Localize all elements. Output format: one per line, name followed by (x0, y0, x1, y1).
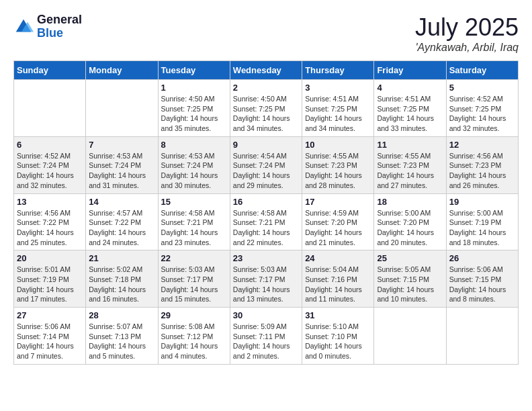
calendar-week-row: 6Sunrise: 4:52 AM Sunset: 7:24 PM Daylig… (14, 136, 519, 193)
cell-date-number: 2 (233, 83, 299, 93)
calendar-cell: 7Sunrise: 4:53 AM Sunset: 7:24 PM Daylig… (86, 136, 158, 193)
calendar-table: SundayMondayTuesdayWednesdayThursdayFrid… (13, 60, 519, 365)
calendar-cell: 19Sunrise: 5:00 AM Sunset: 7:19 PM Dayli… (446, 193, 518, 250)
cell-info: Sunrise: 5:00 AM Sunset: 7:19 PM Dayligh… (449, 208, 515, 248)
cell-date-number: 28 (89, 310, 154, 320)
month-title: July 2025 (415, 13, 519, 42)
calendar-cell: 13Sunrise: 4:56 AM Sunset: 7:22 PM Dayli… (14, 193, 86, 250)
calendar-cell: 6Sunrise: 4:52 AM Sunset: 7:24 PM Daylig… (14, 136, 86, 193)
calendar-cell: 10Sunrise: 4:55 AM Sunset: 7:23 PM Dayli… (302, 136, 374, 193)
cell-date-number: 11 (377, 140, 443, 150)
cell-date-number: 31 (305, 310, 371, 320)
title-block: July 2025 'Aynkawah, Arbil, Iraq (415, 13, 519, 54)
calendar-cell: 9Sunrise: 4:54 AM Sunset: 7:24 PM Daylig… (230, 136, 302, 193)
logo-icon (13, 17, 34, 37)
cell-date-number: 22 (161, 253, 227, 263)
cell-date-number: 1 (161, 83, 227, 93)
cell-info: Sunrise: 5:03 AM Sunset: 7:17 PM Dayligh… (233, 265, 299, 304)
calendar-cell: 24Sunrise: 5:04 AM Sunset: 7:16 PM Dayli… (302, 250, 374, 308)
cell-info: Sunrise: 4:55 AM Sunset: 7:23 PM Dayligh… (305, 151, 371, 191)
calendar-cell: 8Sunrise: 4:53 AM Sunset: 7:24 PM Daylig… (158, 136, 230, 193)
cell-date-number: 6 (17, 140, 83, 150)
calendar-cell (374, 308, 446, 365)
calendar-cell: 16Sunrise: 4:58 AM Sunset: 7:21 PM Dayli… (230, 193, 302, 250)
logo-text: General Blue (37, 13, 82, 40)
day-header-sunday: Sunday (14, 61, 86, 80)
calendar-cell: 18Sunrise: 5:00 AM Sunset: 7:20 PM Dayli… (374, 193, 446, 250)
calendar-week-row: 20Sunrise: 5:01 AM Sunset: 7:19 PM Dayli… (14, 250, 519, 308)
calendar-cell: 23Sunrise: 5:03 AM Sunset: 7:17 PM Dayli… (230, 250, 302, 308)
cell-date-number: 16 (233, 197, 299, 207)
calendar-cell: 17Sunrise: 4:59 AM Sunset: 7:20 PM Dayli… (302, 193, 374, 250)
cell-info: Sunrise: 4:56 AM Sunset: 7:22 PM Dayligh… (17, 208, 83, 248)
logo: General Blue (13, 13, 82, 40)
cell-info: Sunrise: 5:01 AM Sunset: 7:19 PM Dayligh… (17, 265, 83, 304)
cell-date-number: 10 (305, 140, 371, 150)
cell-info: Sunrise: 5:00 AM Sunset: 7:20 PM Dayligh… (377, 208, 443, 248)
cell-info: Sunrise: 4:58 AM Sunset: 7:21 PM Dayligh… (233, 208, 299, 248)
calendar-cell: 2Sunrise: 4:50 AM Sunset: 7:25 PM Daylig… (230, 80, 302, 137)
calendar-cell: 22Sunrise: 5:03 AM Sunset: 7:17 PM Dayli… (158, 250, 230, 308)
cell-info: Sunrise: 4:53 AM Sunset: 7:24 PM Dayligh… (89, 151, 154, 191)
cell-date-number: 21 (89, 253, 154, 263)
cell-date-number: 20 (17, 253, 83, 263)
cell-info: Sunrise: 4:56 AM Sunset: 7:23 PM Dayligh… (449, 151, 515, 191)
calendar-week-row: 27Sunrise: 5:06 AM Sunset: 7:14 PM Dayli… (14, 308, 519, 365)
logo-general: General (37, 13, 82, 27)
cell-info: Sunrise: 4:53 AM Sunset: 7:24 PM Dayligh… (161, 151, 227, 191)
calendar-cell: 27Sunrise: 5:06 AM Sunset: 7:14 PM Dayli… (14, 308, 86, 365)
calendar-week-row: 1Sunrise: 4:50 AM Sunset: 7:25 PM Daylig… (14, 80, 519, 137)
day-header-wednesday: Wednesday (230, 61, 302, 80)
day-header-friday: Friday (374, 61, 446, 80)
cell-date-number: 19 (449, 197, 515, 207)
location: 'Aynkawah, Arbil, Iraq (415, 42, 519, 54)
cell-date-number: 3 (305, 83, 371, 93)
cell-date-number: 12 (449, 140, 515, 150)
calendar-cell: 14Sunrise: 4:57 AM Sunset: 7:22 PM Dayli… (86, 193, 158, 250)
cell-date-number: 7 (89, 140, 154, 150)
cell-info: Sunrise: 5:03 AM Sunset: 7:17 PM Dayligh… (161, 265, 227, 304)
calendar-cell (86, 80, 158, 137)
cell-info: Sunrise: 4:51 AM Sunset: 7:25 PM Dayligh… (377, 94, 443, 134)
cell-info: Sunrise: 4:52 AM Sunset: 7:25 PM Dayligh… (449, 94, 515, 134)
cell-info: Sunrise: 5:10 AM Sunset: 7:10 PM Dayligh… (305, 322, 371, 361)
calendar-cell (446, 308, 518, 365)
calendar-cell: 30Sunrise: 5:09 AM Sunset: 7:11 PM Dayli… (230, 308, 302, 365)
calendar-cell: 29Sunrise: 5:08 AM Sunset: 7:12 PM Dayli… (158, 308, 230, 365)
cell-info: Sunrise: 4:50 AM Sunset: 7:25 PM Dayligh… (161, 94, 227, 134)
cell-info: Sunrise: 4:51 AM Sunset: 7:25 PM Dayligh… (305, 94, 371, 134)
cell-date-number: 13 (17, 197, 83, 207)
cell-date-number: 26 (449, 253, 515, 263)
cell-info: Sunrise: 4:59 AM Sunset: 7:20 PM Dayligh… (305, 208, 371, 248)
cell-date-number: 14 (89, 197, 154, 207)
calendar-cell: 15Sunrise: 4:58 AM Sunset: 7:21 PM Dayli… (158, 193, 230, 250)
calendar-cell: 1Sunrise: 4:50 AM Sunset: 7:25 PM Daylig… (158, 80, 230, 137)
cell-date-number: 29 (161, 310, 227, 320)
calendar-cell: 11Sunrise: 4:55 AM Sunset: 7:23 PM Dayli… (374, 136, 446, 193)
cell-date-number: 5 (449, 83, 515, 93)
cell-date-number: 18 (377, 197, 443, 207)
calendar-header-row: SundayMondayTuesdayWednesdayThursdayFrid… (14, 61, 519, 80)
day-header-tuesday: Tuesday (158, 61, 230, 80)
cell-info: Sunrise: 4:50 AM Sunset: 7:25 PM Dayligh… (233, 94, 299, 134)
cell-date-number: 4 (377, 83, 443, 93)
cell-date-number: 23 (233, 253, 299, 263)
calendar-cell: 5Sunrise: 4:52 AM Sunset: 7:25 PM Daylig… (446, 80, 518, 137)
day-header-monday: Monday (86, 61, 158, 80)
cell-date-number: 30 (233, 310, 299, 320)
cell-info: Sunrise: 5:02 AM Sunset: 7:18 PM Dayligh… (89, 265, 154, 304)
cell-date-number: 17 (305, 197, 371, 207)
cell-info: Sunrise: 5:08 AM Sunset: 7:12 PM Dayligh… (161, 322, 227, 361)
cell-info: Sunrise: 5:04 AM Sunset: 7:16 PM Dayligh… (305, 265, 371, 304)
calendar-cell: 31Sunrise: 5:10 AM Sunset: 7:10 PM Dayli… (302, 308, 374, 365)
cell-date-number: 9 (233, 140, 299, 150)
logo-blue: Blue (37, 27, 82, 40)
calendar-cell (14, 80, 86, 137)
cell-date-number: 27 (17, 310, 83, 320)
calendar-cell: 4Sunrise: 4:51 AM Sunset: 7:25 PM Daylig… (374, 80, 446, 137)
cell-date-number: 24 (305, 253, 371, 263)
cell-info: Sunrise: 5:09 AM Sunset: 7:11 PM Dayligh… (233, 322, 299, 361)
calendar-week-row: 13Sunrise: 4:56 AM Sunset: 7:22 PM Dayli… (14, 193, 519, 250)
cell-info: Sunrise: 5:06 AM Sunset: 7:14 PM Dayligh… (17, 322, 83, 361)
page-header: General Blue July 2025 'Aynkawah, Arbil,… (13, 13, 519, 54)
